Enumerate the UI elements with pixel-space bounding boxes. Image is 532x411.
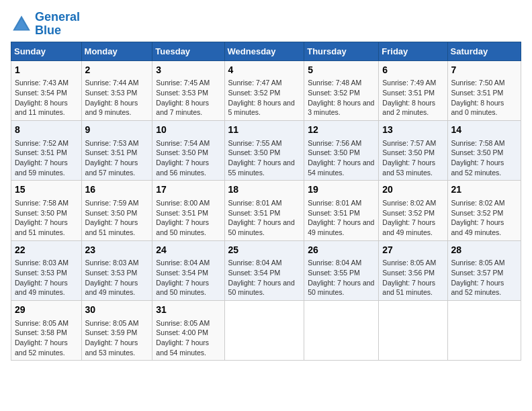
day-number: 22	[15, 244, 78, 257]
day-number: 12	[308, 124, 375, 137]
day-number: 16	[85, 183, 149, 197]
day-details: Sunrise: 8:01 AMSunset: 3:51 PMDaylight:…	[308, 198, 375, 238]
day-details: Sunrise: 7:57 AMSunset: 3:50 PMDaylight:…	[382, 138, 443, 178]
column-header-sunday: Sunday	[11, 42, 82, 60]
calendar-cell: 13Sunrise: 7:57 AMSunset: 3:50 PMDayligh…	[379, 120, 447, 180]
day-details: Sunrise: 7:52 AMSunset: 3:51 PMDaylight:…	[15, 138, 78, 178]
day-details: Sunrise: 8:05 AMSunset: 3:59 PMDaylight:…	[85, 318, 149, 358]
day-number: 4	[228, 64, 301, 77]
calendar-cell: 4Sunrise: 7:47 AMSunset: 3:52 PMDaylight…	[224, 60, 304, 120]
calendar-week-row: 15Sunrise: 7:58 AMSunset: 3:50 PMDayligh…	[11, 181, 521, 240]
day-number: 21	[451, 183, 517, 197]
calendar-cell: 30Sunrise: 8:05 AMSunset: 3:59 PMDayligh…	[81, 300, 152, 360]
calendar-cell: 1Sunrise: 7:43 AMSunset: 3:54 PMDaylight…	[11, 60, 82, 120]
day-details: Sunrise: 8:05 AMSunset: 4:00 PMDaylight:…	[156, 318, 220, 358]
calendar-body: 1Sunrise: 7:43 AMSunset: 3:54 PMDaylight…	[11, 60, 521, 361]
day-number: 5	[308, 64, 375, 77]
calendar-cell: 2Sunrise: 7:44 AMSunset: 3:53 PMDaylight…	[81, 60, 152, 120]
logo-icon	[11, 13, 32, 35]
calendar-cell: 17Sunrise: 8:00 AMSunset: 3:51 PMDayligh…	[152, 181, 224, 240]
calendar-cell: 28Sunrise: 8:05 AMSunset: 3:57 PMDayligh…	[447, 240, 521, 300]
day-details: Sunrise: 8:04 AMSunset: 3:54 PMDaylight:…	[228, 258, 301, 298]
day-details: Sunrise: 8:04 AMSunset: 3:55 PMDaylight:…	[308, 258, 375, 298]
day-number: 31	[156, 304, 220, 317]
calendar-cell	[304, 300, 379, 360]
day-details: Sunrise: 8:05 AMSunset: 3:57 PMDaylight:…	[451, 258, 517, 298]
calendar-cell: 27Sunrise: 8:05 AMSunset: 3:56 PMDayligh…	[379, 240, 447, 300]
calendar-cell: 15Sunrise: 7:58 AMSunset: 3:50 PMDayligh…	[11, 181, 82, 240]
day-number: 23	[85, 244, 149, 257]
header: General Blue	[11, 11, 521, 38]
calendar-cell: 23Sunrise: 8:03 AMSunset: 3:53 PMDayligh…	[81, 240, 152, 300]
day-number: 1	[15, 64, 78, 77]
calendar-cell: 26Sunrise: 8:04 AMSunset: 3:55 PMDayligh…	[304, 240, 379, 300]
calendar-cell: 12Sunrise: 7:56 AMSunset: 3:50 PMDayligh…	[304, 120, 379, 180]
logo-text: General Blue	[35, 11, 80, 38]
column-header-wednesday: Wednesday	[224, 42, 304, 60]
day-details: Sunrise: 7:55 AMSunset: 3:50 PMDaylight:…	[228, 138, 301, 178]
calendar-cell: 18Sunrise: 8:01 AMSunset: 3:51 PMDayligh…	[224, 181, 304, 240]
day-number: 15	[15, 183, 78, 197]
day-details: Sunrise: 7:59 AMSunset: 3:50 PMDaylight:…	[85, 198, 149, 238]
day-details: Sunrise: 7:44 AMSunset: 3:53 PMDaylight:…	[85, 78, 149, 118]
calendar-cell: 8Sunrise: 7:52 AMSunset: 3:51 PMDaylight…	[11, 120, 82, 180]
calendar-cell: 20Sunrise: 8:02 AMSunset: 3:52 PMDayligh…	[379, 181, 447, 240]
day-details: Sunrise: 7:48 AMSunset: 3:52 PMDaylight:…	[308, 78, 375, 118]
day-details: Sunrise: 8:00 AMSunset: 3:51 PMDaylight:…	[156, 198, 220, 238]
day-number: 13	[382, 124, 443, 137]
column-header-tuesday: Tuesday	[152, 42, 224, 60]
day-details: Sunrise: 7:47 AMSunset: 3:52 PMDaylight:…	[228, 78, 301, 118]
calendar-cell: 14Sunrise: 7:58 AMSunset: 3:50 PMDayligh…	[447, 120, 521, 180]
column-header-thursday: Thursday	[304, 42, 379, 60]
calendar-cell: 3Sunrise: 7:45 AMSunset: 3:53 PMDaylight…	[152, 60, 224, 120]
day-details: Sunrise: 7:49 AMSunset: 3:51 PMDaylight:…	[382, 78, 443, 118]
day-number: 19	[308, 183, 375, 197]
day-details: Sunrise: 8:03 AMSunset: 3:53 PMDaylight:…	[85, 258, 149, 298]
column-header-friday: Friday	[379, 42, 447, 60]
day-number: 26	[308, 244, 375, 257]
day-number: 20	[382, 183, 443, 197]
day-details: Sunrise: 8:05 AMSunset: 3:56 PMDaylight:…	[382, 258, 443, 298]
day-number: 14	[451, 124, 517, 137]
day-details: Sunrise: 7:50 AMSunset: 3:51 PMDaylight:…	[451, 78, 517, 118]
calendar-week-row: 22Sunrise: 8:03 AMSunset: 3:53 PMDayligh…	[11, 240, 521, 300]
calendar-header-row: SundayMondayTuesdayWednesdayThursdayFrid…	[11, 42, 521, 60]
day-details: Sunrise: 7:58 AMSunset: 3:50 PMDaylight:…	[451, 138, 517, 178]
day-details: Sunrise: 8:04 AMSunset: 3:54 PMDaylight:…	[156, 258, 220, 298]
calendar-cell: 7Sunrise: 7:50 AMSunset: 3:51 PMDaylight…	[447, 60, 521, 120]
calendar-cell	[224, 300, 304, 360]
calendar-cell	[379, 300, 447, 360]
day-number: 2	[85, 64, 149, 77]
calendar-cell: 9Sunrise: 7:53 AMSunset: 3:51 PMDaylight…	[81, 120, 152, 180]
calendar-week-row: 8Sunrise: 7:52 AMSunset: 3:51 PMDaylight…	[11, 120, 521, 180]
day-details: Sunrise: 7:54 AMSunset: 3:50 PMDaylight:…	[156, 138, 220, 178]
column-header-saturday: Saturday	[447, 42, 521, 60]
calendar-cell: 6Sunrise: 7:49 AMSunset: 3:51 PMDaylight…	[379, 60, 447, 120]
day-number: 7	[451, 64, 517, 77]
calendar-cell: 22Sunrise: 8:03 AMSunset: 3:53 PMDayligh…	[11, 240, 82, 300]
day-number: 28	[451, 244, 517, 257]
day-details: Sunrise: 8:05 AMSunset: 3:58 PMDaylight:…	[15, 318, 78, 358]
calendar-cell: 21Sunrise: 8:02 AMSunset: 3:52 PMDayligh…	[447, 181, 521, 240]
day-number: 17	[156, 183, 220, 197]
day-details: Sunrise: 8:02 AMSunset: 3:52 PMDaylight:…	[382, 198, 443, 238]
day-number: 6	[382, 64, 443, 77]
day-number: 25	[228, 244, 301, 257]
day-details: Sunrise: 8:03 AMSunset: 3:53 PMDaylight:…	[15, 258, 78, 298]
day-details: Sunrise: 7:45 AMSunset: 3:53 PMDaylight:…	[156, 78, 220, 118]
day-details: Sunrise: 8:02 AMSunset: 3:52 PMDaylight:…	[451, 198, 517, 238]
calendar-cell: 29Sunrise: 8:05 AMSunset: 3:58 PMDayligh…	[11, 300, 82, 360]
column-header-monday: Monday	[81, 42, 152, 60]
calendar-cell: 24Sunrise: 8:04 AMSunset: 3:54 PMDayligh…	[152, 240, 224, 300]
day-number: 29	[15, 304, 78, 317]
day-details: Sunrise: 7:56 AMSunset: 3:50 PMDaylight:…	[308, 138, 375, 178]
calendar-cell: 19Sunrise: 8:01 AMSunset: 3:51 PMDayligh…	[304, 181, 379, 240]
day-details: Sunrise: 8:01 AMSunset: 3:51 PMDaylight:…	[228, 198, 301, 238]
day-number: 11	[228, 124, 301, 137]
day-number: 27	[382, 244, 443, 257]
day-details: Sunrise: 7:53 AMSunset: 3:51 PMDaylight:…	[85, 138, 149, 178]
logo: General Blue	[11, 11, 80, 38]
day-number: 3	[156, 64, 220, 77]
calendar-cell: 25Sunrise: 8:04 AMSunset: 3:54 PMDayligh…	[224, 240, 304, 300]
day-number: 10	[156, 124, 220, 137]
